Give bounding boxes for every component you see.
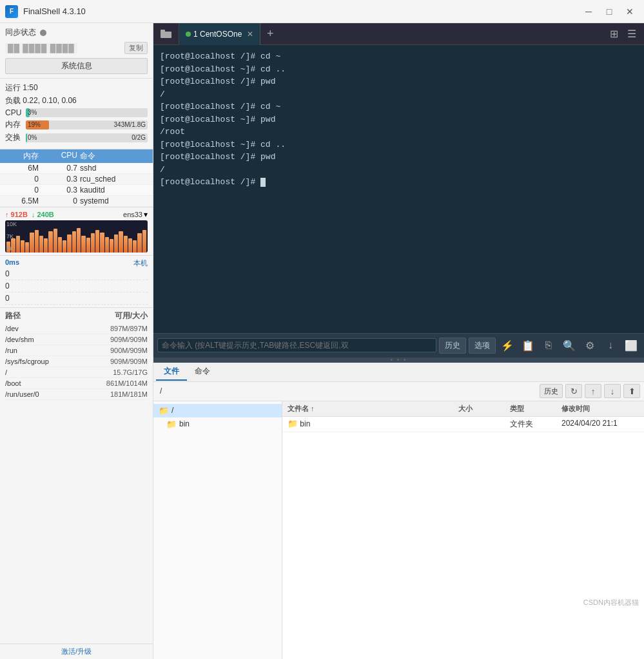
terminal-output: /root — [160, 126, 638, 138]
command-tab[interactable]: 命令 — [187, 363, 218, 381]
net-bar — [105, 237, 109, 253]
tab-close-button[interactable]: ✕ — [247, 30, 253, 39]
file-type: 文件夹 — [510, 419, 561, 430]
net-bar — [114, 234, 118, 253]
proc-row: 0 0.3 kauditd — [0, 185, 153, 196]
lightning-icon-button[interactable]: ⚡ — [498, 336, 516, 354]
copy-ip-button[interactable]: 复制 — [124, 42, 148, 54]
menu-icon[interactable]: ☰ — [625, 26, 639, 41]
proc-cpu-0: 0.7 — [41, 164, 80, 173]
ping-section: 0ms 本机 0 0 0 — [0, 256, 153, 308]
terminal-cursor-line: [root@localhost /]# — [160, 176, 638, 189]
folder-button[interactable] — [153, 23, 179, 45]
app-title: FinalShell 4.3.10 — [23, 6, 86, 16]
proc-mem-1: 0 — [3, 175, 41, 184]
proc-row: 0 0.3 rcu_sched — [0, 174, 153, 185]
chevron-down-icon: ▾ — [144, 210, 148, 219]
file-toolbar: / 历史 ↻ ↑ ↓ ⬆ — [153, 382, 644, 401]
panel-divider[interactable]: • • • — [153, 358, 644, 363]
ping-row-2: 0 — [5, 294, 148, 305]
disk-section: 路径 可用/大小 /dev 897M/897M /dev/shm 909M/90… — [0, 308, 153, 644]
net-bar — [58, 237, 62, 253]
system-stats: 运行 1:50 负载 0.22, 0.10, 0.06 CPU 3% 内存 19… — [0, 79, 153, 149]
proc-cmd-0: sshd — [80, 164, 150, 173]
col-modified: 修改时间 — [561, 404, 639, 414]
window-controls: ─ □ ✕ — [580, 5, 639, 19]
command-input[interactable] — [157, 338, 436, 352]
file-tree-item-root[interactable]: 📁 / — [153, 404, 282, 417]
active-tab[interactable]: 1 CentOSOne ✕ — [179, 23, 260, 45]
tab-status-dot — [186, 32, 191, 37]
sidebar-top: 同步状态 ██ ████ ████ 复制 系统信息 — [0, 23, 153, 79]
cpu-bar-row: CPU 3% — [5, 108, 148, 117]
clipboard-icon-button[interactable]: 📋 — [519, 336, 537, 354]
disk-row: /run 900M/909M — [5, 345, 148, 356]
network-section: ↑ 912B ↓ 240B ens33 ▾ 10K 7K 3K — [0, 207, 153, 256]
download-file-icon-button[interactable]: ↓ — [604, 384, 621, 398]
file-list-row[interactable]: 📁 bin 文件夹 2024/04/20 21:1 — [282, 417, 644, 432]
copy-icon-button[interactable]: ⎘ — [540, 336, 558, 354]
file-tree-item-bin[interactable]: 📁 bin — [153, 417, 282, 431]
net-bar — [128, 238, 132, 253]
proc-cpu-2: 0.3 — [41, 186, 80, 195]
search-icon-button[interactable]: 🔍 — [560, 336, 578, 354]
terminal[interactable]: [root@localhost /]# cd ~ [root@localhost… — [153, 45, 644, 333]
minimize-button[interactable]: ─ — [580, 5, 598, 19]
disk-header-path: 路径 — [5, 310, 21, 321]
mem-size: 343M/1.8G — [114, 120, 146, 129]
proc-mem-2: 0 — [3, 186, 41, 195]
disk-header-size: 可用/大小 — [115, 310, 148, 321]
refresh-icon-button[interactable]: ↻ — [565, 384, 582, 398]
terminal-line: [root@localhost ~]# pwd — [160, 113, 638, 126]
ip-row: ██ ████ ████ 复制 — [5, 42, 148, 54]
mem-bar-wrap: 19% 343M/1.8G — [26, 120, 148, 129]
proc-row: 6M 0.7 sshd — [0, 163, 153, 174]
svg-rect-1 — [161, 30, 165, 32]
activate-upgrade-link[interactable]: 激活/升级 — [0, 644, 153, 659]
terminal-output: / — [160, 88, 638, 101]
ping-row-0: 0 — [5, 269, 148, 280]
net-bar — [35, 230, 39, 253]
disk-row: /boot 861M/1014M — [5, 378, 148, 389]
tabbar: 1 CentOSOne ✕ + ⊞ ☰ — [153, 23, 644, 45]
ping-rows: 0 0 0 — [5, 269, 148, 305]
net-bar — [110, 239, 113, 253]
close-button[interactable]: ✕ — [621, 5, 639, 19]
download-icon-button[interactable]: ↓ — [601, 336, 620, 354]
net-bar — [54, 229, 57, 253]
load-row: 负载 0.22, 0.10, 0.06 — [5, 95, 148, 106]
sync-label: 同步状态 — [5, 27, 36, 38]
file-history-button[interactable]: 历史 — [540, 384, 563, 398]
col-filename: 文件名 ↑ — [288, 404, 458, 414]
terminal-output: / — [160, 164, 638, 177]
file-size — [458, 419, 510, 430]
proc-cpu-3: 0 — [41, 196, 80, 205]
net-interface[interactable]: ens33 ▾ — [123, 210, 148, 219]
upload-file-icon-button[interactable]: ⬆ — [623, 384, 640, 398]
net-bar — [72, 231, 76, 253]
sysinfo-button[interactable]: 系统信息 — [5, 58, 148, 74]
options-button[interactable]: 选项 — [469, 338, 496, 354]
net-bar — [25, 242, 29, 253]
up-dir-icon-button[interactable]: ↑ — [585, 384, 601, 398]
file-name: 📁 bin — [288, 419, 458, 430]
grid-view-icon[interactable]: ⊞ — [607, 26, 621, 41]
svg-rect-0 — [161, 32, 171, 38]
net-bar — [6, 242, 10, 253]
maximize-button[interactable]: □ — [600, 5, 618, 19]
file-modified: 2024/04/20 21:1 — [561, 419, 639, 430]
net-bar — [48, 231, 52, 253]
settings-icon-button[interactable]: ⚙ — [581, 336, 599, 354]
swap-label: 交换 — [5, 132, 23, 143]
file-tree: 📁 / 📁 bin — [153, 401, 282, 660]
add-tab-button[interactable]: + — [260, 23, 280, 45]
proc-cpu-1: 0.3 — [41, 175, 80, 184]
file-tab[interactable]: 文件 — [156, 363, 187, 381]
net-download: ↓ 240B — [32, 211, 54, 218]
file-path: / — [157, 385, 164, 397]
history-button[interactable]: 历史 — [439, 338, 466, 354]
file-list-header: 文件名 ↑ 大小 类型 修改时间 — [282, 401, 644, 417]
disk-row: /run/user/0 181M/181M — [5, 389, 148, 400]
command-bar: 历史 选项 ⚡ 📋 ⎘ 🔍 ⚙ ↓ ⬜ — [153, 333, 644, 358]
fullscreen-icon-button[interactable]: ⬜ — [622, 336, 640, 354]
